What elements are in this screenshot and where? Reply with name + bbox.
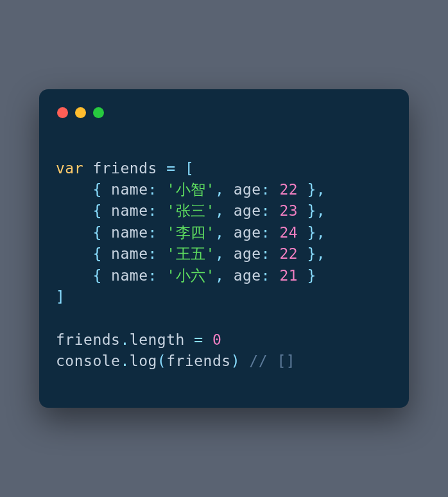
number-literal: 22 [279,181,298,198]
keyword-var: var [56,160,83,177]
comma: , [215,267,224,284]
number-literal: 22 [279,245,298,262]
op-assign: = [194,331,203,348]
brace-close: } [307,267,316,284]
string-value: 小智 [176,181,206,198]
prop-name: name [111,267,148,284]
minimize-icon[interactable] [75,107,86,118]
string-value: 张三 [176,202,206,219]
number-literal: 23 [279,202,298,219]
ident-length: length [130,331,185,348]
colon: : [261,267,270,284]
string-literal: '李四' [166,224,215,241]
string-value: 小六 [176,267,206,284]
ident-console: console [56,353,120,369]
colon: : [148,202,157,219]
string-literal: '王五' [166,245,215,262]
colon: : [148,245,157,262]
window-titlebar [56,105,392,118]
paren-open: ( [157,353,166,369]
number-literal: 24 [279,224,298,241]
brace-open: { [92,181,101,198]
colon: : [261,224,270,241]
comma: , [316,245,325,262]
colon: : [148,224,157,241]
number-literal: 21 [279,267,298,284]
prop-name: name [111,245,148,262]
comma: , [316,224,325,241]
ident-friends: friends [56,331,120,348]
brace-close: } [307,181,316,198]
paren-close: ) [231,353,240,369]
colon: : [261,181,270,198]
prop-age: age [234,224,261,241]
dot: . [120,331,129,348]
ident-friends: friends [166,353,230,369]
string-literal: '张三' [166,202,215,219]
comma: , [215,202,224,219]
prop-age: age [234,267,261,284]
comma: , [215,181,224,198]
string-literal: '小智' [166,181,215,198]
colon: : [148,267,157,284]
colon: : [148,181,157,198]
string-value: 李四 [176,224,206,241]
string-value: 王五 [176,245,206,262]
close-icon[interactable] [57,107,68,118]
brace-open: { [92,245,101,262]
prop-name: name [111,202,148,219]
prop-name: name [111,181,148,198]
prop-age: age [234,202,261,219]
number-literal: 0 [212,331,221,348]
brace-close: } [307,202,316,219]
prop-name: name [111,224,148,241]
code-block: var friends = [ { name: '小智', age: 22 },… [56,158,392,372]
colon: : [261,245,270,262]
dot: . [120,353,129,369]
brace-open: { [92,224,101,241]
prop-age: age [234,245,261,262]
op-assign: = [166,160,175,177]
comma: , [215,224,224,241]
brace-open: { [92,202,101,219]
comma: , [316,202,325,219]
prop-age: age [234,181,261,198]
brace-close: } [307,224,316,241]
zoom-icon[interactable] [93,107,104,118]
bracket-open: [ [185,160,194,177]
code-window: var friends = [ { name: '小智', age: 22 },… [39,89,409,408]
comma: , [215,245,224,262]
colon: : [261,202,270,219]
ident-log: log [130,353,157,369]
brace-close: } [307,245,316,262]
ident-friends: friends [92,160,157,177]
comma: , [316,181,325,198]
comment: // [] [249,353,295,369]
brace-open: { [92,267,101,284]
string-literal: '小六' [166,267,215,284]
bracket-close: ] [56,288,65,305]
